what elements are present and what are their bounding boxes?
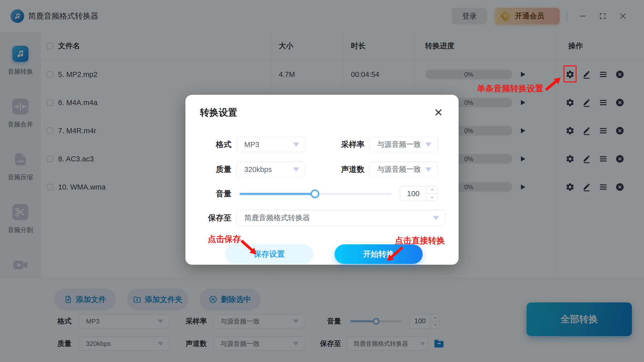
modal-title: 转换设置	[200, 106, 237, 119]
modal-format-label: 格式	[185, 137, 231, 152]
spinner-up[interactable]	[427, 186, 437, 194]
modal-slider-thumb[interactable]	[311, 190, 319, 198]
modal-format-dropdown[interactable]: MP3	[236, 137, 305, 152]
spinner-down[interactable]	[427, 194, 437, 201]
modal-volume-input[interactable]: 100	[400, 186, 438, 201]
chevron-down-icon	[293, 143, 299, 147]
modal-channels-label: 声道数	[316, 162, 365, 177]
chevron-down-icon	[433, 216, 439, 220]
chevron-down-icon	[425, 167, 431, 172]
modal-quality-label: 质量	[185, 162, 231, 177]
chevron-down-icon	[425, 143, 431, 147]
modal-close-icon[interactable]	[433, 107, 444, 117]
annotation-single-setting: 单条音频转换设置	[477, 83, 543, 94]
modal-volume-label: 音量	[185, 186, 231, 202]
modal-save-to-label: 保存至	[185, 210, 231, 226]
modal-save-to-dropdown[interactable]: 简鹿音频格式转换器	[236, 210, 445, 226]
gear-highlight-rect	[564, 65, 577, 82]
modal-quality-dropdown[interactable]: 320kbps	[236, 162, 305, 177]
save-settings-button[interactable]: 保存设置	[225, 244, 313, 264]
chevron-down-icon	[293, 167, 299, 172]
annotation-click-save: 点击保存	[208, 234, 241, 245]
modal-sample-rate-label: 采样率	[316, 137, 365, 152]
start-conversion-button[interactable]: 开始转换	[335, 244, 423, 264]
annotation-click-convert: 点击直接转换	[395, 235, 445, 246]
app-window: 简鹿音频格式转换器 登录 V 开通会员 音频转换 音频合并	[0, 0, 644, 362]
modal-sample-rate-dropdown[interactable]: 与源音频一致	[369, 137, 438, 152]
modal-channels-dropdown[interactable]: 与源音频一致	[369, 162, 438, 177]
